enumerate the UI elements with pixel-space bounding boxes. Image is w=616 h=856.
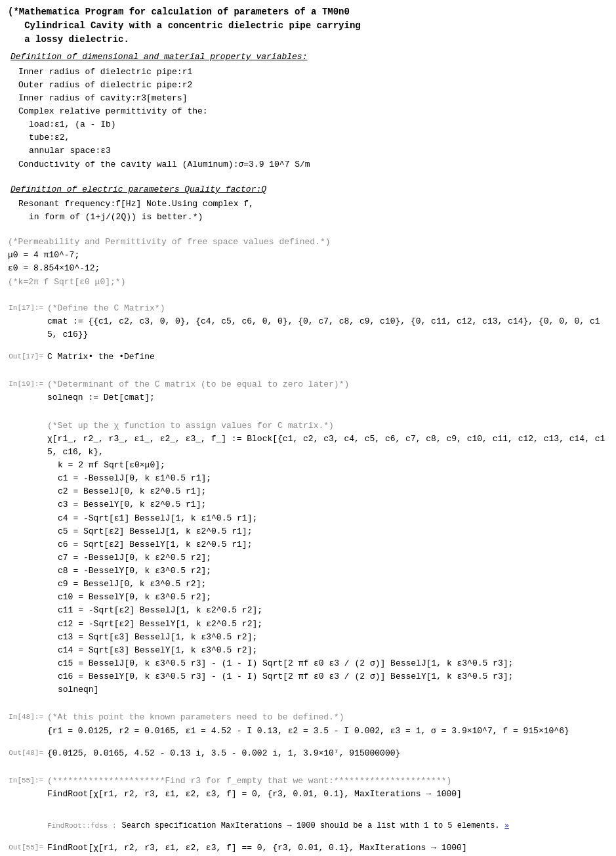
- in55-comment: (**********************Find r3 for f_emp…: [47, 775, 608, 788]
- out17-text: C Matrix• the •Define: [47, 351, 608, 364]
- chi-line-0: k = 2 πf Sqrt[ε0×μ0];: [58, 459, 608, 472]
- in55-label: In[55]:=: [8, 775, 47, 786]
- in17-comment: (*Define the C Matrix*): [47, 302, 608, 315]
- chi-line-3: c3 = BesselY[0, k ε2^0.5 r1];: [58, 498, 608, 511]
- out55-row: Out[55]= FindRoot[χ[r1, r2, r3, ε1, ε2, …: [8, 842, 608, 855]
- error-label: FindRoot::fdss :: [47, 822, 117, 830]
- chi-line-1: c1 = -BesselJ[0, k ε1^0.5 r1];: [58, 472, 608, 485]
- chi-line-2: c2 = BesselJ[0, k ε2^0.5 r1];: [58, 485, 608, 498]
- in19-row: In[19]:= (*Determinant of the C matrix (…: [8, 378, 608, 404]
- error-text: Search specification MaxIterations → 100…: [121, 821, 499, 830]
- freq-line2: in form of (1+j/(2Q)) is better.*): [8, 211, 608, 224]
- chi-line-15: c15 = BesselJ[0, k ε3^0.5 r3] - (1 - I) …: [58, 657, 608, 670]
- in48-comment: (*At this point the known parameters nee…: [47, 711, 608, 724]
- chi-line-5: c5 = Sqrt[ε2] BesselJ[1, k ε2^0.5 r1];: [58, 525, 608, 538]
- line-r2: Outer radius of dielectric pipe:r2: [18, 79, 608, 92]
- chi-lines: k = 2 πf Sqrt[ε0×μ0]; c1 = -BesselJ[0, k…: [47, 459, 608, 697]
- line-r3: Inner radius of cavity:r3[meters]: [18, 92, 608, 105]
- out17-label: Out[17]=: [8, 351, 47, 362]
- header-title: (*Mathematica Program for calculation of…: [8, 7, 361, 45]
- section1-title: Definition of dimensional and material p…: [10, 52, 307, 62]
- notebook-content: (*Mathematica Program for calculation of…: [8, 5, 608, 855]
- in48-code: {r1 = 0.0125, r2 = 0.0165, ε1 = 4.52 - I…: [47, 725, 608, 738]
- line-conductivity: Conductivity of the cavity wall (Aluminu…: [18, 158, 608, 171]
- chi-line-9: c9 = BesselJ[0, k ε3^0.5 r2];: [58, 578, 608, 591]
- section1-lines: Inner radius of dielectric pipe:r1 Outer…: [8, 66, 608, 171]
- section1-title-line: Definition of dimensional and material p…: [10, 51, 608, 64]
- line-annular: annular space:ε3: [18, 144, 608, 158]
- line-permittivity: Complex relative permittivity of the:: [18, 105, 608, 118]
- mu0-line: μ0 = 4 π10^-7;: [8, 249, 608, 262]
- in17-code: cmat := {{c1, c2, c3, 0, 0}, {c4, c5, c6…: [47, 315, 608, 341]
- chi-label-empty: [8, 419, 47, 420]
- out48-row: Out[48]= {0.0125, 0.0165, 4.52 - 0.13 i,…: [8, 747, 608, 760]
- out48-text: {0.0125, 0.0165, 4.52 - 0.13 i, 3.5 - 0.…: [47, 747, 608, 760]
- chi-line-7: c7 = -BesselJ[0, k ε2^0.5 r2];: [58, 551, 608, 565]
- in55-code: FindRoot[χ[r1, r2, r3, ε1, ε2, ε3, f] = …: [47, 788, 608, 801]
- in48-content: (*At this point the known parameters nee…: [47, 711, 608, 737]
- line-r1: Inner radius of dielectric pipe:r1: [18, 66, 608, 79]
- line-tube: tube:ε2,: [18, 131, 608, 144]
- out55-text: FindRoot[χ[r1, r2, r3, ε1, ε2, ε3, f] ==…: [47, 842, 608, 855]
- chi-line-16: c16 = BesselY[0, k ε3^0.5 r3] - (1 - I) …: [58, 670, 608, 683]
- in48-label: In[48]:=: [8, 711, 47, 723]
- in48-row: In[48]:= (*At this point the known param…: [8, 711, 608, 737]
- chi-line-6: c6 = Sqrt[ε2] BesselY[1, k ε2^0.5 r1];: [58, 538, 608, 551]
- section2-title-line: Definition of electric parameters Qualit…: [10, 183, 608, 196]
- chi-comment: (*Set up the χ function to assign values…: [47, 419, 608, 433]
- error-content: FindRoot::fdss : Search specification Ma…: [47, 819, 608, 832]
- in19-content: (*Determinant of the C matrix (to be equ…: [47, 378, 608, 404]
- chi-line-17: solneqn]: [58, 683, 608, 696]
- chi-def: χ[r1_, r2_, r3_, ε1_, ε2_, ε3_, f_] := B…: [47, 433, 608, 459]
- epsilon0-line: ε0 = 8.854×10^-12;: [8, 262, 608, 275]
- error-label-col: [8, 819, 47, 820]
- in19-code: solneqn := Det[cmat];: [47, 391, 608, 404]
- chi-line-10: c10 = BesselY[0, k ε3^0.5 r2];: [58, 591, 608, 604]
- chi-line-12: c12 = -Sqrt[ε2] BesselY[1, k ε2^0.5 r2];: [58, 618, 608, 631]
- line-load: load:ε1, (a - Ib): [18, 118, 608, 131]
- chi-line-11: c11 = -Sqrt[ε2] BesselJ[1, k ε2^0.5 r2];: [58, 604, 608, 617]
- error-row: FindRoot::fdss : Search specification Ma…: [8, 819, 608, 832]
- out17-row: Out[17]= C Matrix• the •Define: [8, 351, 608, 364]
- in55-row: In[55]:= (**********************Find r3 …: [8, 775, 608, 801]
- chi-line-8: c8 = -BesselY[0, k ε3^0.5 r2];: [58, 565, 608, 578]
- in17-content: (*Define the C Matrix*) cmat := {{c1, c2…: [47, 302, 608, 341]
- in17-label: In[17]:=: [8, 302, 47, 314]
- in19-label: In[19]:=: [8, 378, 47, 390]
- chi-line-14: c14 = Sqrt[ε3] BesselY[1, k ε3^0.5 r2];: [58, 644, 608, 657]
- out55-label: Out[55]=: [8, 842, 47, 853]
- chi-row: (*Set up the χ function to assign values…: [8, 419, 608, 697]
- freq-line1: Resonant frequency:f[Hz] Note.Using comp…: [8, 198, 608, 211]
- chi-line-13: c13 = Sqrt[ε3] BesselJ[1, k ε3^0.5 r2];: [58, 631, 608, 644]
- in55-content: (**********************Find r3 for f_emp…: [47, 775, 608, 801]
- permeability-comment: (*Permeability and Permittivity of free …: [8, 236, 608, 249]
- section2-title: Definition of electric parameters Qualit…: [10, 184, 266, 194]
- error-link[interactable]: »: [504, 822, 509, 830]
- chi-content: (*Set up the χ function to assign values…: [47, 419, 608, 697]
- chi-line-4: c4 = -Sqrt[ε1] BesselJ[1, k ε1^0.5 r1];: [58, 512, 608, 525]
- header-comment: (*Mathematica Program for calculation of…: [8, 5, 608, 47]
- in17-row: In[17]:= (*Define the C Matrix*) cmat :=…: [8, 302, 608, 341]
- out48-label: Out[48]=: [8, 747, 47, 759]
- k-comment: (*k=2π f Sqrt[ε0 μ0];*): [8, 276, 608, 289]
- in19-comment: (*Determinant of the C matrix (to be equ…: [47, 378, 608, 391]
